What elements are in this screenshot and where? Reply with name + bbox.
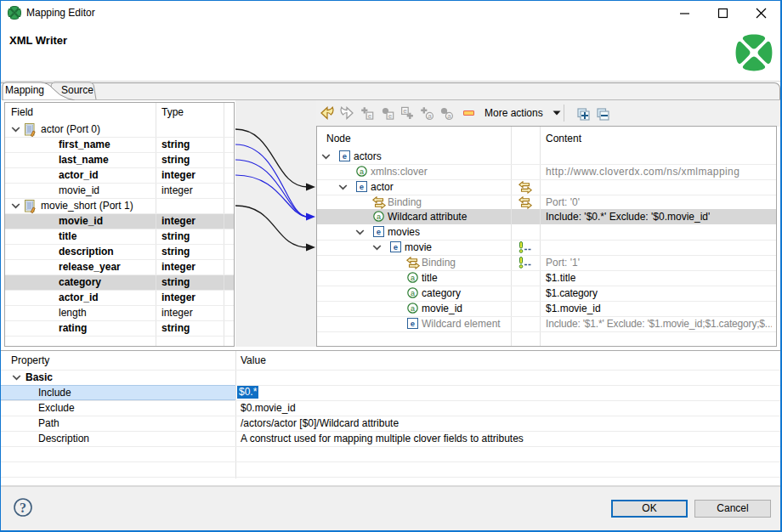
- svg-text:a: a: [428, 112, 432, 120]
- svg-text:e: e: [360, 182, 364, 191]
- svg-text:?: ?: [20, 501, 26, 515]
- svg-text:a: a: [411, 304, 415, 313]
- svg-text:e: e: [377, 227, 381, 236]
- svg-text:a: a: [411, 274, 415, 282]
- svg-text:e: e: [394, 242, 398, 252]
- svg-text:e: e: [343, 151, 347, 161]
- svg-text:a: a: [447, 112, 451, 120]
- svg-text:e: e: [403, 107, 407, 115]
- svg-text:a: a: [360, 167, 364, 176]
- svg-text:e: e: [388, 112, 393, 120]
- svg-text:e: e: [368, 112, 372, 120]
- svg-text:e: e: [411, 319, 415, 328]
- svg-text:a: a: [377, 212, 381, 221]
- svg-text:a: a: [411, 289, 415, 297]
